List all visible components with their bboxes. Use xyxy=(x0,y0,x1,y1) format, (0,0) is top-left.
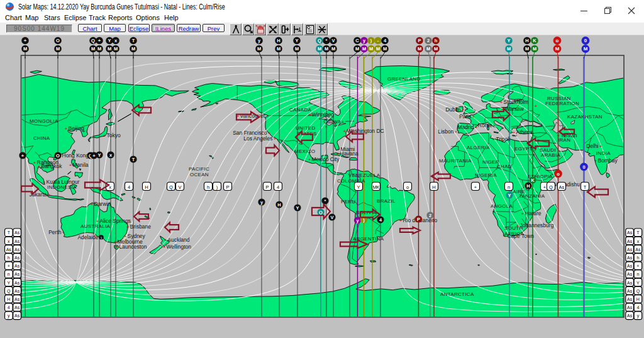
svg-text:MK: MK xyxy=(372,184,379,190)
svg-text:M: M xyxy=(369,46,373,52)
svg-text:INDONESIA: INDONESIA xyxy=(47,184,77,190)
svg-text:Tripoli: Tripoli xyxy=(496,136,511,142)
svg-text:+: + xyxy=(513,130,516,135)
svg-text:x: x xyxy=(637,239,640,244)
svg-text:M: M xyxy=(56,46,60,52)
svg-text:P: P xyxy=(265,184,269,190)
svg-text:4: 4 xyxy=(636,305,639,310)
svg-text:Delhi: Delhi xyxy=(586,143,598,149)
svg-text:As: As xyxy=(627,313,633,318)
svg-text:As: As xyxy=(627,281,633,285)
svg-text:H: H xyxy=(525,38,528,43)
svg-text:ANTARCTICA: ANTARCTICA xyxy=(440,291,474,297)
svg-text:Y: Y xyxy=(108,38,111,43)
svg-text:ANGOLA: ANGOLA xyxy=(491,203,513,209)
svg-text:y: y xyxy=(8,313,10,318)
svg-text:+: + xyxy=(126,224,130,230)
svg-text:M: M xyxy=(331,46,335,52)
svg-text:Adelaide: Adelaide xyxy=(77,234,98,240)
svg-text:As: As xyxy=(14,289,20,293)
svg-text:+: + xyxy=(516,223,519,228)
svg-text:OCEAN: OCEAN xyxy=(190,172,209,177)
svg-text:M: M xyxy=(584,46,588,52)
svg-text:M: M xyxy=(525,46,529,52)
svg-text:Brisbane: Brisbane xyxy=(130,223,152,230)
svg-text:+: + xyxy=(474,184,477,190)
svg-text:+: + xyxy=(493,123,496,128)
svg-text:Launceston: Launceston xyxy=(119,244,147,250)
svg-text:+: + xyxy=(308,157,311,162)
svg-text:GREENLAND: GREENLAND xyxy=(387,76,421,82)
svg-text:K: K xyxy=(533,38,536,43)
svg-text:Athens: Athens xyxy=(516,129,533,135)
svg-text:C: C xyxy=(355,38,359,43)
svg-text:o: o xyxy=(557,171,560,177)
svg-text:Rome: Rome xyxy=(478,122,492,128)
svg-text:T: T xyxy=(636,230,640,235)
svg-text:+: + xyxy=(343,128,347,134)
svg-text:Paris: Paris xyxy=(459,113,471,120)
svg-text:+: + xyxy=(543,184,547,190)
svg-text:Y: Y xyxy=(296,205,299,211)
svg-text:INDIA: INDIA xyxy=(596,150,611,156)
svg-text:+: + xyxy=(8,264,10,268)
svg-text:o: o xyxy=(406,184,409,190)
svg-text:M: M xyxy=(325,46,328,52)
svg-text:UNITED: UNITED xyxy=(296,125,316,131)
svg-text:MEXICO: MEXICO xyxy=(294,149,315,154)
svg-text:M: M xyxy=(108,46,111,52)
svg-text:As: As xyxy=(14,239,20,244)
svg-text:Q: Q xyxy=(91,38,95,43)
svg-text:H: H xyxy=(277,202,280,208)
svg-text:x: x xyxy=(8,239,10,244)
svg-text:Y: Y xyxy=(7,281,10,285)
svg-text:h: h xyxy=(8,256,10,260)
svg-text:Bombay: Bombay xyxy=(598,157,618,164)
svg-text:4: 4 xyxy=(277,184,279,190)
svg-text:H: H xyxy=(526,183,530,189)
svg-text:Q: Q xyxy=(7,289,11,294)
svg-text:M: M xyxy=(418,46,421,52)
svg-text:As: As xyxy=(627,272,633,276)
svg-text:M: M xyxy=(131,46,135,52)
svg-text:As: As xyxy=(14,297,20,301)
svg-text:M: M xyxy=(434,46,438,52)
svg-text:As: As xyxy=(14,264,20,268)
svg-text:K: K xyxy=(531,177,535,183)
svg-text:+: + xyxy=(38,164,41,169)
svg-text:VENEZUELA: VENEZUELA xyxy=(348,172,380,178)
svg-text:As: As xyxy=(627,239,633,244)
svg-text:Warsaw: Warsaw xyxy=(505,106,525,112)
svg-text:Y: Y xyxy=(357,184,360,190)
svg-text:PERU: PERU xyxy=(341,199,355,205)
svg-text:Cape Town: Cape Town xyxy=(508,233,535,239)
svg-text:CHINA: CHINA xyxy=(33,135,50,141)
svg-text:V: V xyxy=(178,184,181,190)
svg-text:0: 0 xyxy=(584,38,587,43)
svg-text:M: M xyxy=(277,46,280,52)
svg-text:+: + xyxy=(69,162,72,168)
svg-text:Q: Q xyxy=(549,184,553,190)
svg-text:As: As xyxy=(627,247,633,252)
svg-text:Lisbon: Lisbon xyxy=(438,128,453,135)
svg-text:+: + xyxy=(594,158,597,164)
svg-text:KAZAKHSTAN: KAZAKHSTAN xyxy=(567,114,602,120)
svg-text:Havana: Havana xyxy=(340,150,359,157)
svg-text:+: + xyxy=(48,192,51,198)
svg-text:0: 0 xyxy=(582,164,585,170)
svg-text:+: + xyxy=(65,126,68,132)
svg-text:+: + xyxy=(557,133,560,138)
svg-text:+: + xyxy=(91,201,94,207)
svg-text:M: M xyxy=(97,46,101,52)
svg-text:+: + xyxy=(309,112,313,118)
svg-text:o: o xyxy=(556,38,559,43)
svg-text:As: As xyxy=(14,281,20,285)
svg-text:NIGERIA: NIGERIA xyxy=(475,172,497,178)
svg-text:V: V xyxy=(331,38,335,43)
svg-text:M: M xyxy=(295,46,299,52)
svg-text:+: + xyxy=(336,151,340,157)
svg-text:Darwin: Darwin xyxy=(94,201,111,207)
svg-text:+: + xyxy=(599,144,602,149)
svg-text:M: M xyxy=(23,46,27,52)
svg-text:+: + xyxy=(92,153,96,159)
